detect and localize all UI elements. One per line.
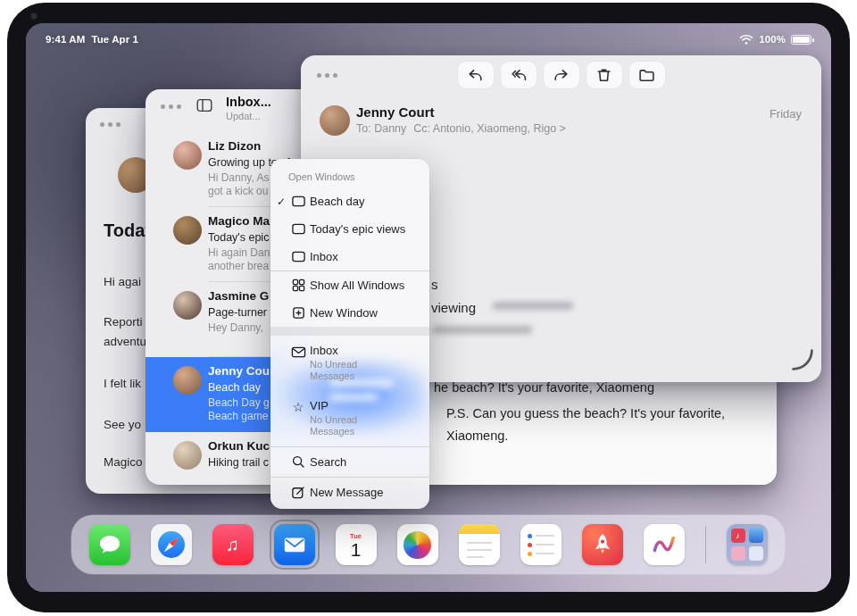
mailbox-title: Inbox...: [226, 95, 271, 109]
to-field: To: Danny: [356, 122, 406, 135]
avatar: [320, 105, 350, 136]
menu-item-todays-epic-views[interactable]: Today's epic views: [270, 215, 429, 243]
reply-button[interactable]: [458, 62, 494, 88]
flower-icon: [404, 531, 431, 559]
unread-status: No Unread Messages: [310, 414, 392, 437]
window-controls-icon[interactable]: [161, 104, 181, 109]
squiggle-icon: [650, 530, 678, 559]
unread-status: No Unread Messages: [310, 359, 392, 382]
message-text: Hi agai: [104, 275, 141, 288]
bullet-icon: [528, 552, 532, 556]
window-icon: [287, 221, 310, 237]
status-time: 9:41 AM: [46, 34, 85, 45]
sender-name: Magico Ma: [208, 214, 270, 228]
message-body-line: Xiaomeng.: [446, 429, 508, 443]
envelope-icon: [281, 531, 308, 558]
checkmark-icon: ✓: [270, 196, 287, 208]
bullet-icon: [528, 543, 532, 547]
menu-item-beach-day[interactable]: ✓ Beach day: [270, 187, 429, 215]
subject: Page-turner: [208, 306, 267, 319]
menu-item-new-message[interactable]: New Message: [270, 478, 429, 507]
notes-header-stripe: [459, 524, 500, 534]
notes-line: [467, 549, 492, 551]
status-date: Tue Apr 1: [91, 34, 138, 45]
calendar-app-icon[interactable]: Tue 1: [336, 524, 377, 565]
avatar: [173, 366, 202, 395]
new-window-icon: [287, 305, 310, 320]
message-text: adventu: [104, 335, 146, 348]
menu-item-inbox-window[interactable]: Inbox: [270, 243, 429, 271]
open-windows-menu: Open Windows ✓ Beach day Today's epic vi…: [270, 159, 429, 509]
mini-music-tile: ♪: [731, 529, 745, 543]
menu-item-vip[interactable]: ☆ VIP No Unread Messages: [270, 391, 429, 446]
preview: another brea: [208, 260, 269, 272]
battery-icon: [791, 35, 811, 45]
music-note-icon: ♫: [226, 535, 239, 555]
menu-item-search[interactable]: Search: [270, 447, 429, 477]
move-to-folder-button[interactable]: [629, 62, 665, 88]
search-icon: [287, 454, 310, 470]
window-controls-icon[interactable]: [317, 73, 337, 78]
preview: Hi again Dan: [208, 246, 270, 259]
body-fragment: s: [431, 277, 438, 292]
blurred-text: [493, 302, 573, 310]
safari-app-icon[interactable]: [151, 524, 192, 565]
mailbox-subtitle: Updat...: [226, 111, 261, 121]
preview: Beach Day g: [208, 396, 270, 409]
message-body-line: P.S. Can you guess the beach? It's your …: [446, 406, 725, 420]
grid-icon: [287, 278, 310, 293]
menu-item-show-all-windows[interactable]: Show All Windows: [270, 271, 429, 299]
cc-field: Cc: Antonio, Xiaomeng, Rigo >: [413, 122, 566, 135]
battery-percent: 100%: [759, 34, 786, 45]
avatar: [173, 216, 202, 245]
window-controls-icon[interactable]: [100, 122, 121, 127]
reminders-app-icon[interactable]: [520, 524, 562, 565]
music-app-icon[interactable]: ♫: [212, 524, 254, 565]
calendar-day: 1: [351, 540, 362, 560]
photos-app-icon[interactable]: [397, 524, 438, 565]
message-text: See yo: [104, 418, 141, 431]
freeform-app-icon[interactable]: [644, 524, 685, 565]
avatar: [173, 291, 202, 320]
trash-button[interactable]: [587, 62, 622, 88]
mini-app-tile: [731, 546, 745, 561]
recipients-line[interactable]: To: DannyCc: Antonio, Xiaomeng, Rigo >: [356, 122, 573, 135]
message-text: Magico: [104, 455, 143, 469]
reply-all-button[interactable]: [501, 62, 537, 88]
compose-icon: [287, 485, 310, 500]
notes-app-icon[interactable]: [459, 524, 500, 565]
notes-line: [467, 542, 492, 544]
screen: 9:41 AMTue Apr 1 100% Today Hi agai Repo…: [26, 23, 831, 592]
mail-app-icon[interactable]: [274, 524, 315, 565]
body-fragment: viewing: [431, 300, 476, 315]
message-text: Reporti: [104, 315, 143, 329]
compass-icon: [155, 529, 187, 561]
chat-bubble-icon: [97, 532, 122, 557]
window-resize-handle[interactable]: [791, 348, 814, 375]
front-camera: [30, 12, 37, 20]
message-body-line: he beach? It's your favorite, Xiaomeng: [434, 380, 654, 395]
subject: Today's epic: [208, 231, 269, 244]
menu-item-inbox-mailbox[interactable]: Inbox No Unread Messages: [270, 336, 429, 391]
message-text: I felt lik: [104, 377, 141, 390]
sender-name: Jenny Court: [356, 104, 435, 120]
window-icon: [287, 194, 310, 209]
menu-header: Open Windows: [270, 166, 429, 187]
rocket-app-icon[interactable]: [582, 524, 623, 565]
subject: Hiking trail c: [208, 456, 269, 469]
menu-item-new-window[interactable]: New Window: [270, 299, 429, 327]
app-library-grid: ♪: [731, 529, 763, 561]
sender-name: Jasmine G: [208, 289, 269, 303]
preview: Beach game: [208, 410, 268, 422]
bullet-icon: [528, 534, 532, 538]
messages-app-icon[interactable]: [89, 524, 130, 565]
app-library-icon[interactable]: ♪: [727, 524, 768, 565]
sidebar-toggle-icon[interactable]: [196, 98, 212, 116]
status-bar: 9:41 AMTue Apr 1 100%: [26, 31, 831, 47]
mini-apps-dots-tile: [749, 546, 763, 561]
sender-name: Orkun Kuc: [208, 439, 270, 453]
ipad-frame: 9:41 AMTue Apr 1 100% Today Hi agai Repo…: [7, 3, 850, 612]
forward-button[interactable]: [544, 62, 579, 88]
sender-name: Liz Dizon: [208, 139, 261, 153]
subject: Beach day: [208, 381, 261, 394]
